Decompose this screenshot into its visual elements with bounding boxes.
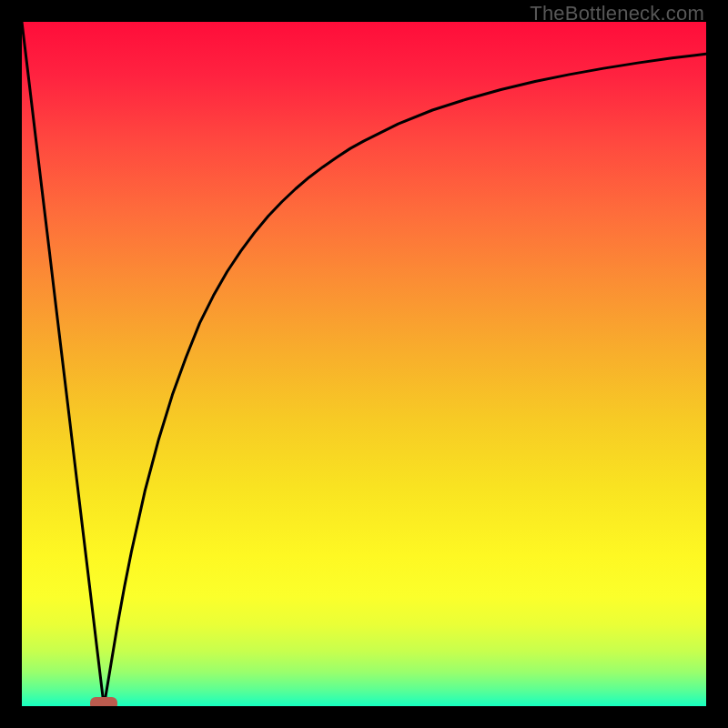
bottleneck-curve xyxy=(22,22,706,706)
plot-area xyxy=(22,22,706,706)
watermark-text: TheBottleneck.com xyxy=(530,2,704,25)
optimum-marker xyxy=(90,697,117,706)
